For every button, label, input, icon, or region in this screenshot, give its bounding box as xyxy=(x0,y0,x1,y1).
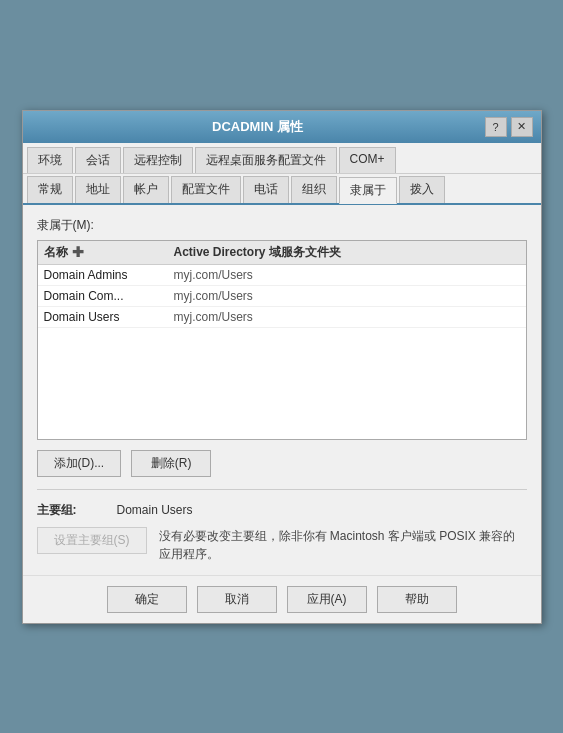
list-action-buttons: 添加(D)... 删除(R) xyxy=(37,450,527,477)
primary-group-note: 没有必要改变主要组，除非你有 Macintosh 客户端或 POSIX 兼容的应… xyxy=(159,527,527,563)
remove-button[interactable]: 删除(R) xyxy=(131,450,211,477)
help-title-btn[interactable]: ? xyxy=(485,117,507,137)
title-bar: DCADMIN 属性 ? ✕ xyxy=(23,111,541,143)
tab-profile[interactable]: 配置文件 xyxy=(171,176,241,203)
add-column-icon: ✚ xyxy=(72,244,84,260)
primary-group-bottom: 设置主要组(S) 没有必要改变主要组，除非你有 Macintosh 客户端或 P… xyxy=(37,527,527,563)
dialog-footer: 确定 取消 应用(A) 帮助 xyxy=(23,575,541,623)
window-title: DCADMIN 属性 xyxy=(31,118,485,136)
primary-group-row: 主要组: Domain Users xyxy=(37,502,527,519)
primary-group-section: 主要组: Domain Users 设置主要组(S) 没有必要改变主要组，除非你… xyxy=(37,502,527,563)
primary-group-value: Domain Users xyxy=(117,503,193,517)
title-bar-controls: ? ✕ xyxy=(485,117,533,137)
ok-button[interactable]: 确定 xyxy=(107,586,187,613)
col-ad-header: Active Directory 域服务文件夹 xyxy=(174,244,520,261)
dialog-window: DCADMIN 属性 ? ✕ 环境 会话 远程控制 远程桌面服务配置文件 COM… xyxy=(22,110,542,624)
apply-button[interactable]: 应用(A) xyxy=(287,586,367,613)
member-of-listbox[interactable]: 名称 ✚ Active Directory 域服务文件夹 Domain Admi… xyxy=(37,240,527,440)
close-title-btn[interactable]: ✕ xyxy=(511,117,533,137)
tab-member-of[interactable]: 隶属于 xyxy=(339,177,397,204)
help-button[interactable]: 帮助 xyxy=(377,586,457,613)
primary-group-label: 主要组: xyxy=(37,502,107,519)
top-tab-bar: 环境 会话 远程控制 远程桌面服务配置文件 COM+ xyxy=(23,143,541,174)
set-primary-group-button[interactable]: 设置主要组(S) xyxy=(37,527,147,554)
tab-rdp-profile[interactable]: 远程桌面服务配置文件 xyxy=(195,147,337,173)
tab-phone[interactable]: 电话 xyxy=(243,176,289,203)
tab-dialin[interactable]: 拨入 xyxy=(399,176,445,203)
tab-address[interactable]: 地址 xyxy=(75,176,121,203)
content-area: 隶属于(M): 名称 ✚ Active Directory 域服务文件夹 Dom… xyxy=(23,205,541,575)
cancel-button[interactable]: 取消 xyxy=(197,586,277,613)
member-of-label: 隶属于(M): xyxy=(37,217,527,234)
list-item[interactable]: Domain Users myj.com/Users xyxy=(38,307,526,328)
tab-session[interactable]: 会话 xyxy=(75,147,121,173)
list-item[interactable]: Domain Admins myj.com/Users xyxy=(38,265,526,286)
tab-remote-control[interactable]: 远程控制 xyxy=(123,147,193,173)
tab-general[interactable]: 常规 xyxy=(27,176,73,203)
divider xyxy=(37,489,527,490)
tab-account[interactable]: 帐户 xyxy=(123,176,169,203)
col-name-header: 名称 ✚ xyxy=(44,244,174,261)
list-item[interactable]: Domain Com... myj.com/Users xyxy=(38,286,526,307)
bottom-tab-bar: 常规 地址 帐户 配置文件 电话 组织 隶属于 拨入 xyxy=(23,174,541,205)
tab-organization[interactable]: 组织 xyxy=(291,176,337,203)
list-header: 名称 ✚ Active Directory 域服务文件夹 xyxy=(38,241,526,265)
tab-com[interactable]: COM+ xyxy=(339,147,396,173)
add-button[interactable]: 添加(D)... xyxy=(37,450,122,477)
tab-environment[interactable]: 环境 xyxy=(27,147,73,173)
